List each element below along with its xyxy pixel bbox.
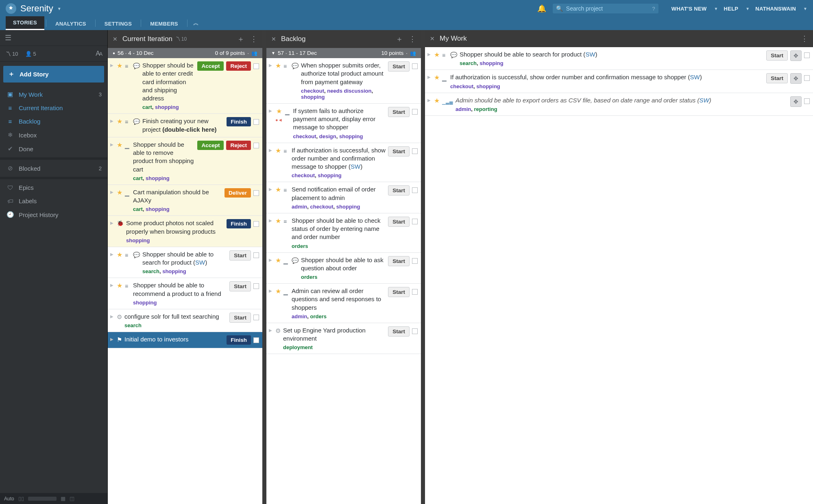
story-row[interactable]: ▶ ★ ≡ 💬 When shopper submits order, auth… (266, 58, 421, 104)
estimate-value[interactable]: ≡ (283, 187, 289, 193)
story-tag[interactable]: admin (456, 106, 471, 112)
story-row[interactable]: ▶ ★ ≡ 💬 Shopper should be able to search… (425, 47, 813, 70)
story-title[interactable]: Shopper should be able to search for pro… (142, 250, 227, 267)
story-tag[interactable]: needs discussion (327, 88, 371, 94)
story-checkbox[interactable] (253, 315, 259, 320)
expand-icon[interactable]: ▶ (269, 328, 273, 332)
iteration-collapse-icon[interactable]: ▼ (271, 51, 275, 55)
expand-icon[interactable]: ▶ (427, 98, 432, 102)
finish-button[interactable]: Finish (227, 117, 251, 126)
velocity-stat[interactable]: 〽10 (6, 51, 18, 57)
story-row[interactable]: ▶ ★ ≡ Shopper should be able to check st… (266, 213, 421, 253)
expand-icon[interactable]: ▶ (110, 337, 114, 341)
story-tag[interactable]: cart (133, 206, 143, 212)
estimate-value[interactable]: ▁ (442, 75, 448, 81)
panel-menu-icon[interactable]: ⋮ (409, 35, 416, 43)
add-story-button[interactable]: ＋ Add Story (3, 66, 104, 83)
close-icon[interactable]: ✕ (113, 36, 118, 42)
search-project-field[interactable]: 🔍 ? (553, 4, 658, 13)
expand-icon[interactable]: ▶ (110, 314, 114, 319)
estimate-value[interactable]: ≡ (283, 218, 289, 225)
story-checkbox[interactable] (412, 328, 418, 334)
story-checkbox[interactable] (253, 337, 259, 343)
accept-button[interactable]: Accept (197, 141, 224, 150)
comments-icon[interactable]: 💬 (292, 257, 299, 264)
tab-analytics[interactable]: ANALYTICS (48, 17, 94, 30)
expand-icon[interactable]: ▶ (269, 187, 273, 191)
story-row[interactable]: ▶ ★ ≡ Shopper should be able to recommen… (108, 278, 262, 309)
start-button[interactable]: Start (388, 326, 410, 337)
story-tag[interactable]: admin (292, 204, 307, 210)
story-title[interactable]: Send notification email of order placeme… (292, 185, 386, 202)
start-button[interactable]: Start (388, 146, 410, 156)
panel-menu-icon[interactable]: ⋮ (250, 35, 257, 43)
story-checkbox[interactable] (253, 143, 259, 148)
story-row[interactable]: ▶ ★ ≡ 💬 Finish creating your new project… (108, 114, 262, 137)
story-tag[interactable]: cart (133, 175, 143, 181)
density-icon[interactable]: ▯▯ (18, 495, 24, 502)
story-title[interactable]: Shopper should be able to remove product… (133, 141, 195, 174)
story-title[interactable]: Admin should be able to export orders as… (456, 96, 788, 104)
tab-settings[interactable]: SETTINGS (97, 17, 139, 30)
story-title[interactable]: If system fails to authorize payment amo… (293, 107, 386, 132)
expand-icon[interactable]: ▶ (110, 63, 114, 67)
members-stat[interactable]: 👤5 (25, 51, 36, 57)
expand-icon[interactable]: ▶ (110, 283, 114, 287)
story-tag[interactable]: shopping (162, 268, 186, 274)
finish-button[interactable]: Finish (227, 335, 251, 345)
story-row[interactable]: ▶ ★ ▁ Admin can review all order questio… (266, 284, 421, 323)
story-tag[interactable]: checkout (450, 83, 473, 89)
accept-button[interactable]: Accept (197, 61, 224, 71)
story-tag[interactable]: shopping (476, 83, 500, 89)
story-tag[interactable]: cart (142, 104, 152, 110)
close-icon[interactable]: ✕ (271, 36, 276, 42)
story-row[interactable]: ▶ ★ ≡ Send notification email of order p… (266, 182, 421, 213)
story-checkbox[interactable] (412, 63, 418, 69)
iteration-collapse-icon[interactable]: ● (113, 51, 115, 55)
story-row[interactable]: ▶ ★●◄ ▁ If system fails to authorize pay… (266, 104, 421, 143)
start-button[interactable]: Start (766, 73, 788, 83)
expand-icon[interactable]: ▶ (269, 109, 273, 113)
move-story-button[interactable]: ✥ (790, 50, 802, 61)
story-checkbox[interactable] (253, 221, 259, 227)
estimate-value[interactable]: ▁ (125, 142, 131, 149)
owner-initials[interactable]: SW (585, 51, 595, 58)
owner-initials[interactable]: SW (700, 97, 709, 104)
add-story-panel-button[interactable]: ＋ (237, 34, 244, 44)
comments-icon[interactable]: 💬 (133, 118, 140, 125)
expand-icon[interactable]: ▶ (269, 258, 273, 262)
tab-stories[interactable]: STORIES (6, 16, 44, 30)
story-title[interactable]: Shopper should be able to recommend a pr… (133, 281, 227, 298)
expand-icon[interactable]: ▶ (110, 142, 114, 147)
story-title[interactable]: If authorization is successful, show ord… (450, 73, 764, 81)
search-help-icon[interactable]: ? (652, 6, 655, 12)
story-checkbox[interactable] (412, 187, 418, 193)
expand-icon[interactable]: ▶ (110, 119, 114, 123)
comments-icon[interactable]: 💬 (450, 52, 457, 58)
estimate-value[interactable]: ▁ (283, 289, 289, 295)
expand-icon[interactable]: ▶ (269, 63, 273, 67)
sidebar-item-epics[interactable]: 🛡Epics (0, 181, 107, 194)
start-button[interactable]: Start (388, 185, 410, 196)
story-title[interactable]: Finish creating your new project (double… (142, 117, 224, 134)
deliver-button[interactable]: Deliver (225, 188, 251, 198)
search-input[interactable] (566, 5, 652, 12)
story-checkbox[interactable] (412, 258, 418, 264)
story-tag[interactable]: shopping (126, 237, 150, 243)
start-button[interactable]: Start (388, 256, 410, 266)
story-tag[interactable]: reporting (474, 106, 497, 112)
expand-icon[interactable]: ▶ (110, 190, 114, 194)
estimate-value[interactable]: ≡ (283, 148, 289, 154)
story-tag[interactable]: orders (310, 313, 327, 319)
people-icon[interactable]: 👥 (410, 50, 416, 56)
estimate-value[interactable]: ≡ (125, 119, 131, 125)
story-tag[interactable]: shopping (133, 300, 157, 306)
estimate-value[interactable]: ≡ (442, 52, 448, 59)
owner-initials[interactable]: SW (195, 259, 205, 266)
story-tag[interactable]: checkout (301, 88, 324, 94)
panel-menu-icon[interactable]: ⋮ (801, 34, 808, 43)
story-tag[interactable]: checkout (310, 204, 333, 210)
notifications-icon[interactable]: 🔔 (537, 4, 546, 13)
story-row[interactable]: ▶ ★ ≡ If authorization is successful, sh… (266, 143, 421, 182)
tab-members[interactable]: MEMBERS (143, 17, 185, 30)
